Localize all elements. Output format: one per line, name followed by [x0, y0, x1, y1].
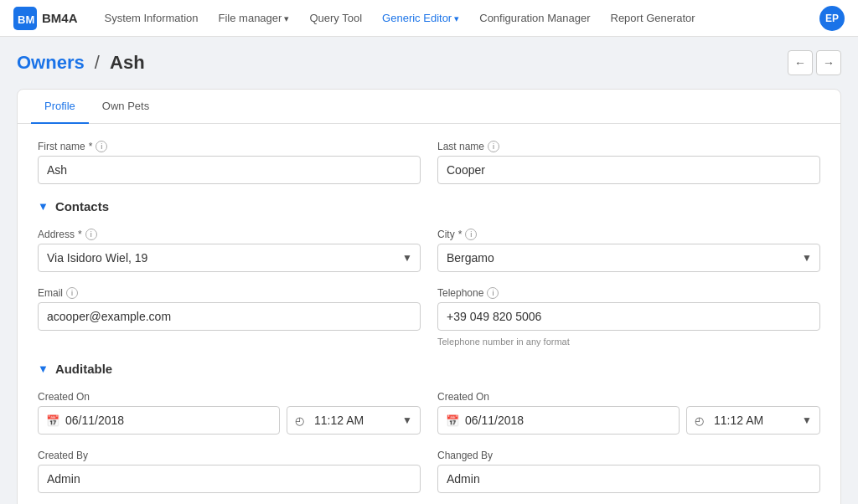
created-on-row: Created On 📅 ◴ ▼ — [38, 391, 820, 435]
last-name-input[interactable] — [437, 156, 820, 184]
app-logo[interactable]: BM BM4A — [13, 7, 78, 30]
calendar-right-icon: 📅 — [446, 414, 459, 427]
contacts-toggle-icon[interactable]: ▼ — [38, 200, 49, 213]
city-label: City * i — [437, 229, 820, 240]
city-input[interactable] — [437, 244, 820, 272]
created-by-input[interactable] — [38, 465, 421, 493]
city-info-icon[interactable]: i — [465, 229, 477, 240]
nav-configuration-manager[interactable]: Configuration Manager — [479, 8, 590, 28]
created-on-left-group: Created On 📅 ◴ ▼ — [38, 391, 421, 435]
breadcrumb-current: Ash — [110, 52, 145, 73]
first-name-group: First name * i — [38, 141, 421, 184]
telephone-info-icon[interactable]: i — [487, 287, 499, 299]
prev-button[interactable]: ← — [788, 50, 813, 75]
email-info-icon[interactable]: i — [66, 287, 78, 299]
telephone-label: Telephone i — [437, 287, 820, 299]
created-on-right-label: Created On — [437, 391, 820, 403]
tab-profile[interactable]: Profile — [31, 90, 89, 124]
email-telephone-row: Email i Telephone i Telephone number in … — [38, 287, 820, 347]
next-button[interactable]: → — [816, 50, 841, 75]
address-city-row: Address * i ▼ City * i — [38, 229, 820, 272]
email-group: Email i — [38, 287, 421, 347]
contacts-section-label: Contacts — [55, 199, 109, 213]
created-on-left-time-wrapper: ◴ ▼ — [287, 406, 421, 435]
breadcrumb-separator: / — [95, 52, 105, 73]
changed-by-group: Changed By — [437, 450, 820, 493]
created-on-right-time-wrapper: ◴ ▼ — [686, 406, 820, 435]
user-avatar[interactable]: EP — [819, 6, 845, 31]
name-row: First name * i Last name i — [38, 141, 820, 184]
form-body: First name * i Last name i ▼ Con — [18, 124, 840, 504]
auditable-toggle-icon[interactable]: ▼ — [38, 363, 49, 375]
created-on-right-group: Created On 📅 ◴ ▼ — [437, 391, 820, 435]
created-on-left-time-inner: ◴ ▼ — [287, 406, 421, 435]
created-by-group: Created By — [38, 450, 421, 493]
logo-text: BM4A — [42, 11, 78, 25]
main-card: Profile Own Pets First name * i Last nam… — [17, 89, 841, 504]
nav-system-information[interactable]: System Information — [105, 8, 199, 28]
created-on-left-date-wrapper: 📅 — [38, 406, 280, 435]
telephone-hint: Telephone number in any format — [437, 337, 820, 347]
created-on-left-datetime: 📅 ◴ ▼ — [38, 406, 421, 435]
calendar-left-icon: 📅 — [46, 414, 59, 427]
svg-text:BM: BM — [18, 13, 34, 26]
breadcrumb-row: Owners / Ash ← → — [17, 50, 841, 75]
navbar: BM BM4A System Information File manager … — [0, 0, 858, 37]
auditable-section-label: Auditable — [55, 362, 112, 376]
created-on-left-label: Created On — [38, 391, 421, 403]
breadcrumb: Owners / Ash — [17, 52, 145, 74]
created-on-right-date-input[interactable] — [437, 406, 680, 435]
clock-left-icon: ◴ — [295, 414, 304, 427]
city-select-wrapper: ▼ — [437, 244, 820, 272]
nav-arrows: ← → — [788, 50, 841, 75]
last-name-label: Last name i — [437, 141, 820, 152]
address-label: Address * i — [38, 229, 421, 240]
nav-generic-editor[interactable]: Generic Editor — [382, 8, 459, 28]
first-name-info-icon[interactable]: i — [96, 141, 107, 152]
telephone-input[interactable] — [437, 302, 820, 331]
created-on-right-time-input[interactable] — [686, 406, 820, 435]
clock-right-icon: ◴ — [695, 414, 704, 427]
created-on-left-time-input[interactable] — [287, 406, 421, 435]
address-info-icon[interactable]: i — [85, 229, 97, 240]
address-group: Address * i ▼ — [38, 229, 421, 272]
breadcrumb-parent[interactable]: Owners — [17, 52, 85, 73]
logo-icon: BM — [13, 7, 37, 30]
city-group: City * i ▼ — [437, 229, 820, 272]
auditable-section-header: ▼ Auditable — [38, 362, 820, 376]
first-name-label: First name * i — [38, 141, 421, 152]
contacts-section-header: ▼ Contacts — [38, 199, 820, 213]
address-select-wrapper: ▼ — [38, 244, 421, 272]
created-by-label: Created By — [38, 450, 421, 461]
first-name-input[interactable] — [38, 156, 421, 184]
created-on-left-date-input[interactable] — [38, 406, 280, 435]
created-on-right-date-wrapper: 📅 — [437, 406, 680, 435]
created-on-right-time-inner: ◴ ▼ — [686, 406, 820, 435]
created-on-right-datetime: 📅 ◴ ▼ — [437, 406, 820, 435]
last-name-info-icon[interactable]: i — [488, 141, 499, 152]
address-input[interactable] — [38, 244, 421, 272]
email-label: Email i — [38, 287, 421, 299]
changed-by-input[interactable] — [437, 465, 820, 493]
changed-by-label: Changed By — [437, 450, 820, 461]
nav-file-manager[interactable]: File manager — [219, 8, 290, 28]
page-content: Owners / Ash ← → Profile Own Pets First … — [0, 37, 858, 504]
last-name-group: Last name i — [437, 141, 820, 184]
telephone-group: Telephone i Telephone number in any form… — [437, 287, 820, 347]
tab-own-pets[interactable]: Own Pets — [89, 90, 163, 124]
by-row: Created By Changed By — [38, 450, 820, 493]
nav-report-generator[interactable]: Report Generator — [611, 8, 695, 28]
email-input[interactable] — [38, 302, 421, 331]
tabs-bar: Profile Own Pets — [18, 90, 840, 124]
nav-query-tool[interactable]: Query Tool — [309, 8, 362, 28]
